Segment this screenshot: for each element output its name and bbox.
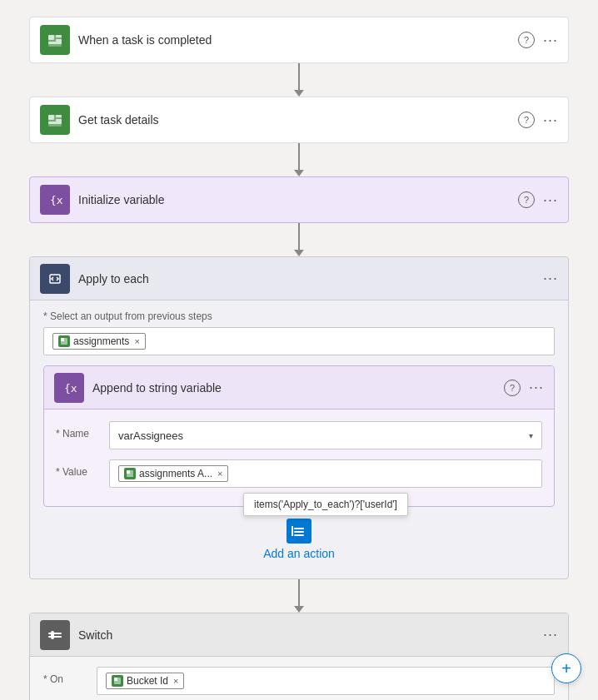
- add-step-button[interactable]: +: [551, 653, 581, 683]
- userId-tooltip: items('Apply_to_each')?['userId']: [243, 493, 408, 516]
- apply-each-actions: ···: [543, 270, 558, 287]
- get-task-card: Get task details ? ···: [29, 97, 569, 143]
- switch-more-button[interactable]: ···: [543, 626, 558, 643]
- trigger-card-actions: ? ···: [518, 32, 558, 49]
- init-var-more-button[interactable]: ···: [543, 191, 558, 209]
- planner-icon: [40, 25, 70, 55]
- append-string-title: Append to string variable: [92, 381, 504, 395]
- get-task-title: Get task details: [78, 113, 518, 127]
- svg-rect-13: [61, 338, 64, 341]
- switch-body: * On Bucket Id ×: [30, 657, 568, 700]
- on-input-container: Bucket Id ×: [97, 667, 555, 695]
- svg-rect-6: [48, 115, 54, 120]
- connector-line-2: [298, 143, 300, 170]
- add-action-icon: [287, 519, 311, 544]
- name-select[interactable]: varAssignees ▾: [109, 421, 542, 449]
- apply-each-body: * Select an output from previous steps a…: [30, 300, 568, 578]
- svg-rect-8: [56, 119, 62, 122]
- connector-line: [298, 63, 300, 90]
- value-input-container: assignments A... × items('Apply_to_each'…: [109, 459, 542, 488]
- bucket-id-chip: Bucket Id ×: [106, 673, 184, 689]
- connector-1: [294, 63, 304, 97]
- apply-each-icon: [40, 264, 70, 294]
- init-var-actions: ? ···: [518, 191, 558, 209]
- init-var-help-button[interactable]: ?: [518, 191, 535, 208]
- assignments-chip-close[interactable]: ×: [134, 336, 139, 346]
- trigger-card: When a task is completed ? ···: [29, 17, 569, 63]
- name-input-container: varAssignees ▾: [109, 421, 542, 449]
- connector-line-4: [298, 579, 300, 606]
- value-form-row: * Value ass: [56, 459, 542, 488]
- apply-each-container: Apply to each ··· * Select an output fro…: [29, 256, 569, 579]
- bucket-id-chip-label: Bucket Id: [127, 675, 168, 687]
- trigger-help-button[interactable]: ?: [518, 32, 535, 48]
- switch-header: Switch ···: [30, 613, 568, 657]
- append-string-icon: {x}: [54, 373, 84, 403]
- svg-rect-21: [48, 633, 62, 634]
- svg-text:{x}: {x}: [50, 194, 63, 206]
- trigger-card-title: When a task is completed: [78, 33, 518, 47]
- on-form-row: * On Bucket Id ×: [43, 667, 555, 695]
- init-var-icon: {x}: [40, 185, 70, 215]
- on-input[interactable]: Bucket Id ×: [97, 667, 555, 695]
- add-action-label: Add an action: [263, 547, 335, 560]
- append-string-more-button[interactable]: ···: [529, 379, 544, 396]
- append-string-header: {x} Append to string variable ? ···: [44, 366, 554, 410]
- append-string-body: * Name varAssignees ▾ * Value: [44, 410, 554, 506]
- init-var-card: {x} Initialize variable ? ···: [29, 176, 569, 223]
- apply-each-title: Apply to each: [78, 272, 543, 285]
- svg-rect-4: [48, 42, 62, 44]
- get-task-help-button[interactable]: ?: [518, 112, 535, 128]
- on-label: * On: [43, 667, 88, 685]
- apply-each-more-button[interactable]: ···: [543, 270, 558, 287]
- svg-rect-1: [48, 35, 54, 40]
- svg-rect-7: [56, 115, 62, 117]
- select-output-label: * Select an output from previous steps: [43, 310, 555, 322]
- chip-planner-icon: [58, 335, 70, 347]
- connector-2: [294, 143, 304, 176]
- connector-arrow: [294, 90, 304, 97]
- append-string-help-button[interactable]: ?: [504, 380, 521, 396]
- name-select-value: varAssignees: [118, 429, 183, 442]
- value-chip-icon: [124, 468, 136, 479]
- svg-rect-9: [48, 122, 62, 124]
- switch-actions: ···: [543, 626, 558, 643]
- value-chip-label: assignments A...: [139, 468, 212, 479]
- connector-3: [294, 223, 304, 256]
- value-chip-close[interactable]: ×: [217, 469, 222, 479]
- svg-rect-23: [51, 631, 54, 639]
- name-select-chevron: ▾: [529, 431, 533, 440]
- canvas: When a task is completed ? ··· Get ta: [0, 0, 598, 700]
- name-label: * Name: [56, 421, 101, 439]
- trigger-more-button[interactable]: ···: [543, 32, 558, 49]
- bucket-id-chip-close[interactable]: ×: [173, 676, 178, 686]
- get-task-icon: [40, 105, 70, 135]
- svg-text:{x}: {x}: [64, 382, 77, 395]
- connector-line-3: [298, 223, 300, 250]
- assignments-chip-label: assignments: [73, 335, 129, 347]
- add-action-button[interactable]: Add an action: [43, 507, 555, 568]
- switch-icon: [40, 620, 70, 650]
- bucket-chip-icon: [112, 675, 123, 687]
- select-output-input[interactable]: assignments ×: [43, 327, 555, 355]
- get-task-actions: ? ···: [518, 112, 558, 129]
- svg-rect-19: [294, 534, 304, 536]
- assignments-chip: assignments ×: [52, 333, 146, 350]
- value-label: * Value: [56, 459, 101, 478]
- switch-container: Switch ··· * On: [29, 613, 569, 700]
- connector-arrow-2: [294, 170, 304, 176]
- get-task-more-button[interactable]: ···: [543, 112, 558, 129]
- append-string-card: {x} Append to string variable ? ··· * Na…: [43, 365, 555, 507]
- connector-4: [294, 579, 304, 613]
- init-var-title: Initialize variable: [78, 193, 518, 206]
- svg-rect-18: [294, 531, 304, 533]
- connector-arrow-4: [294, 606, 304, 613]
- switch-title: Switch: [78, 628, 543, 642]
- append-string-actions: ? ···: [504, 379, 544, 396]
- name-form-row: * Name varAssignees ▾: [56, 421, 542, 449]
- value-chip: assignments A... ×: [118, 465, 228, 482]
- svg-rect-22: [48, 636, 62, 638]
- connector-arrow-3: [294, 250, 304, 256]
- value-input[interactable]: assignments A... ×: [109, 459, 542, 488]
- svg-rect-16: [127, 470, 130, 474]
